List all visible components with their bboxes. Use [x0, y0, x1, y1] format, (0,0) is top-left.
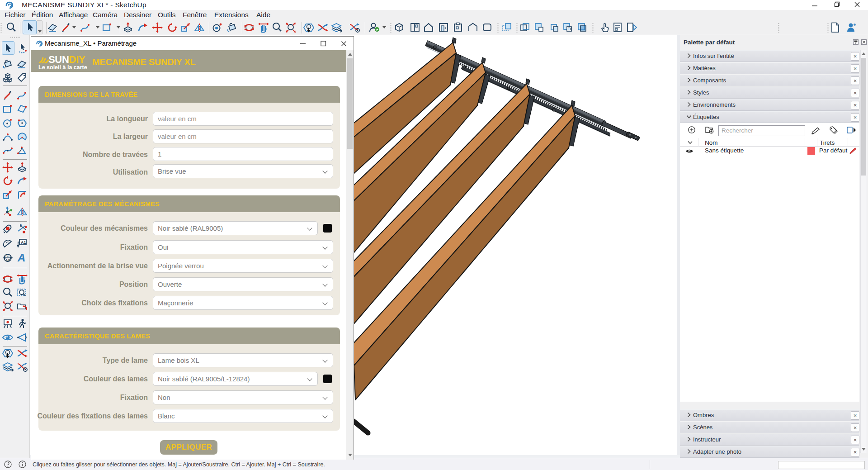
svg-text:C: C	[7, 254, 9, 257]
svg-text:A1: A1	[21, 240, 26, 245]
svg-text:5: 5	[20, 224, 22, 227]
svg-text:A: A	[17, 252, 25, 264]
svg-text:A-B: A-B	[5, 259, 10, 261]
